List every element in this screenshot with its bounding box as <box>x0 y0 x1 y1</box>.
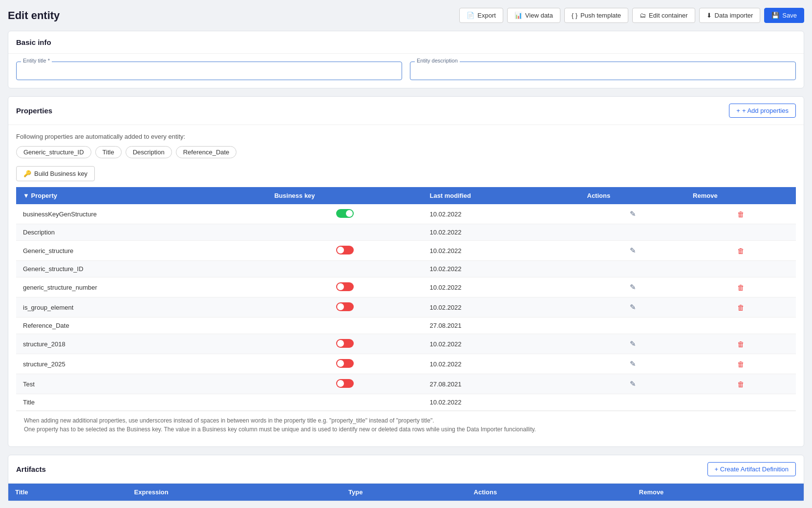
col-last-modified: Last modified <box>423 187 580 204</box>
artifacts-section: Artifacts + Create Artifact Definition T… <box>8 455 804 501</box>
col-business-key: Business key <box>267 187 423 204</box>
properties-section: Properties + + Add properties Following … <box>8 96 804 447</box>
export-icon: 📄 <box>467 12 474 19</box>
entity-title-label: Entity title * <box>21 58 52 64</box>
table-row: generic_structure_number10.02.2022✎🗑 <box>16 277 796 297</box>
edit-action-button[interactable]: ✎ <box>628 282 638 293</box>
key-icon: 🔑 <box>23 170 31 177</box>
edit-container-icon: 🗂 <box>640 12 646 19</box>
toggle-green[interactable] <box>336 209 354 218</box>
view-data-icon: 📊 <box>514 12 522 19</box>
artifact-col-expression: Expression <box>128 484 342 501</box>
col-remove: Remove <box>686 187 796 204</box>
table-row: Test27.08.2021✎🗑 <box>16 374 796 394</box>
toggle-red[interactable] <box>336 339 354 348</box>
save-button[interactable]: 💾 Save <box>764 8 804 23</box>
table-row: is_group_element10.02.2022✎🗑 <box>16 297 796 318</box>
remove-row-button[interactable]: 🗑 <box>735 339 747 349</box>
edit-action-button[interactable]: ✎ <box>628 245 638 256</box>
entity-title-group: Entity title * Generic_structure <box>16 62 402 80</box>
export-button[interactable]: 📄 Export <box>459 8 503 23</box>
artifacts-table: Title Expression Type Actions Remove <box>8 484 804 501</box>
data-importer-icon: ⬇ <box>706 12 712 19</box>
toggle-red[interactable] <box>336 282 354 291</box>
edit-container-button[interactable]: 🗂 Edit container <box>632 8 695 23</box>
edit-action-button[interactable]: ✎ <box>628 209 638 219</box>
entity-title-input[interactable]: Generic_structure <box>16 62 402 80</box>
edit-action-button[interactable]: ✎ <box>628 302 638 313</box>
toggle-red[interactable] <box>336 302 354 311</box>
artifacts-title: Artifacts <box>16 465 46 473</box>
table-row: Title10.02.2022 <box>16 394 796 411</box>
entity-description-label: Entity description <box>415 58 460 64</box>
properties-table: ▼ Property Business key Last modified Ac… <box>16 187 796 411</box>
properties-title: Properties <box>16 106 52 115</box>
artifact-col-remove: Remove <box>632 484 804 501</box>
remove-row-button[interactable]: 🗑 <box>735 359 747 369</box>
edit-action-button[interactable]: ✎ <box>628 339 638 349</box>
table-row: Generic_structure_ID10.02.2022 <box>16 261 796 277</box>
artifact-col-title: Title <box>8 484 128 501</box>
page-title: Edit entity <box>8 9 60 22</box>
properties-footer-note: When adding new additional properties, u… <box>16 411 796 439</box>
col-actions: Actions <box>580 187 686 204</box>
remove-row-button[interactable]: 🗑 <box>735 246 747 256</box>
table-row: structure_202510.02.2022✎🗑 <box>16 354 796 374</box>
edit-action-button[interactable]: ✎ <box>628 379 638 389</box>
col-property: ▼ Property <box>16 187 267 204</box>
save-icon: 💾 <box>771 12 779 19</box>
toggle-red[interactable] <box>336 379 354 388</box>
tag-generic-structure-id: Generic_structure_ID <box>16 146 91 158</box>
build-business-key-button[interactable]: 🔑 Build Business key <box>16 166 95 181</box>
artifact-col-type: Type <box>342 484 467 501</box>
push-template-icon: { } <box>572 12 577 19</box>
table-row: Generic_structure10.02.2022✎🗑 <box>16 241 796 261</box>
entity-description-group: Entity description Generic_structure <box>410 62 796 80</box>
remove-row-button[interactable]: 🗑 <box>735 282 747 293</box>
remove-row-button[interactable]: 🗑 <box>735 209 747 219</box>
auto-tags-container: Generic_structure_ID Title Description R… <box>16 146 796 158</box>
toggle-red[interactable] <box>336 359 354 368</box>
entity-description-input[interactable]: Generic_structure <box>410 62 796 80</box>
toggle-red[interactable] <box>336 246 354 254</box>
filter-icon: ▼ <box>23 192 29 199</box>
table-row: businessKeyGenStructure10.02.2022✎🗑 <box>16 204 796 224</box>
add-properties-icon: + <box>736 107 740 114</box>
view-data-button[interactable]: 📊 View data <box>507 8 560 23</box>
auto-added-text: Following properties are automatically a… <box>16 133 796 140</box>
artifact-col-actions: Actions <box>467 484 632 501</box>
add-properties-button[interactable]: + + Add properties <box>729 104 796 118</box>
basic-info-title: Basic info <box>16 38 51 46</box>
push-template-button[interactable]: { } Push template <box>564 8 628 23</box>
table-row: Description10.02.2022 <box>16 224 796 241</box>
tag-description: Description <box>126 146 172 158</box>
create-artifact-button[interactable]: + Create Artifact Definition <box>707 462 796 476</box>
basic-info-section: Basic info Entity title * Generic_struct… <box>8 31 804 88</box>
table-row: Reference_Date27.08.2021 <box>16 318 796 334</box>
edit-action-button[interactable]: ✎ <box>628 359 638 369</box>
remove-row-button[interactable]: 🗑 <box>735 302 747 313</box>
data-importer-button[interactable]: ⬇ Data importer <box>699 8 761 23</box>
table-row: structure_201810.02.2022✎🗑 <box>16 334 796 354</box>
tag-title: Title <box>95 146 122 158</box>
toolbar: 📄 Export 📊 View data { } Push template 🗂… <box>459 8 804 23</box>
remove-row-button[interactable]: 🗑 <box>735 379 747 389</box>
tag-reference-date: Reference_Date <box>176 146 237 158</box>
